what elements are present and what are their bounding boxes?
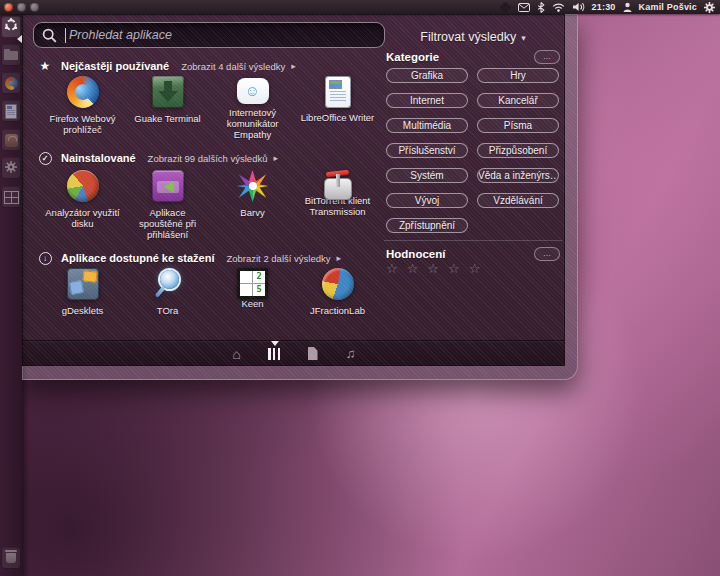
see-more-results-link[interactable]: Zobrazit 2 další výsledky	[226, 253, 330, 264]
home-icon: ⌂	[232, 347, 240, 361]
category-button-hry[interactable]: Hry	[477, 68, 559, 83]
user-icon[interactable]	[623, 2, 632, 12]
see-more-results-link[interactable]: Zobrazit 4 další výsledky	[181, 61, 285, 72]
app-tile-keen[interactable]: Keen	[210, 268, 295, 316]
volume-icon[interactable]	[572, 2, 585, 12]
launcher-item-workspace-switcher[interactable]	[1, 186, 21, 208]
category-button-vzdelavani[interactable]: Vzdělávání	[477, 193, 559, 208]
firefox-icon	[67, 76, 99, 108]
applications-icon	[268, 348, 281, 360]
app-tile-disk-usage-analyzer[interactable]: Analyzátor využití disku	[40, 170, 125, 240]
app-row-installed: Analyzátor využití disku Aplikace spoušt…	[40, 170, 382, 240]
app-tile-tora[interactable]: TOra	[125, 268, 210, 316]
app-label: LibreOffice Writer	[301, 112, 375, 123]
star-icon[interactable]: ☆	[469, 261, 481, 276]
tab-files-lens[interactable]	[306, 341, 320, 366]
see-more-results-link[interactable]: Zobrazit 99 dalších výsledků	[148, 153, 268, 164]
category-button-kancelar[interactable]: Kancelář	[477, 93, 559, 108]
category-button-grafika[interactable]: Grafika	[386, 68, 468, 83]
categories-more-button[interactable]: …	[534, 50, 560, 64]
unity-launcher	[0, 14, 22, 576]
top-panel: 21:30 Kamil Pošvic	[0, 0, 720, 14]
disk-usage-analyzer-icon	[67, 170, 99, 202]
app-tile-gdesklets[interactable]: gDesklets	[40, 268, 125, 316]
star-icon[interactable]: ☆	[386, 261, 398, 276]
clock[interactable]: 21:30	[592, 2, 616, 12]
app-label: Keen	[241, 298, 263, 309]
section-title: Nainstalované	[61, 152, 136, 164]
launcher-item-files[interactable]	[1, 44, 21, 66]
tab-applications-lens[interactable]	[268, 341, 282, 366]
session-gear-icon[interactable]	[704, 2, 715, 13]
app-tile-colors[interactable]: Barvy	[210, 170, 295, 240]
messages-icon[interactable]	[518, 3, 530, 12]
firefox-icon	[5, 77, 18, 90]
libreoffice-writer-icon	[326, 77, 350, 107]
rating-header: Hodnocení …	[386, 247, 560, 261]
gdesklets-icon	[67, 268, 99, 300]
app-label: Aplikace spouštěné při přihlášení	[127, 207, 209, 240]
app-tile-transmission[interactable]: BitTorrent klient Transmission	[295, 170, 380, 240]
app-tile-startup-applications[interactable]: Aplikace spouštěné při přihlášení	[125, 170, 210, 240]
download-circle-icon: ↓	[38, 252, 52, 265]
search-input[interactable]	[69, 28, 376, 42]
category-button-internet[interactable]: Internet	[386, 93, 468, 108]
launcher-shadow	[22, 380, 30, 576]
launcher-item-trash[interactable]	[1, 547, 21, 569]
app-tile-jfractionlab[interactable]: JFractionLab	[295, 268, 380, 316]
category-button-pisma[interactable]: Písma	[477, 118, 559, 133]
category-button-prislusenstvi[interactable]: Příslušenství	[386, 143, 468, 158]
app-label: Guake Terminal	[134, 113, 200, 124]
category-button-zpristupneni[interactable]: Zpřístupnění	[386, 218, 468, 233]
launcher-item-libreoffice-writer[interactable]	[1, 100, 21, 122]
app-tile-empathy[interactable]: Internetový komunikátor Empathy	[210, 76, 295, 140]
dash-content: ★ Nejčastěji používané Zobrazit 4 další …	[22, 14, 565, 366]
app-label: TOra	[157, 305, 178, 316]
username-label[interactable]: Kamil Pošvic	[639, 2, 697, 12]
music-icon: ♫	[346, 347, 356, 360]
app-flower-icon[interactable]	[500, 2, 511, 13]
star-icon[interactable]: ☆	[407, 261, 419, 276]
category-button-multimedia[interactable]: Multimédia	[386, 118, 468, 133]
category-button-prizpusobeni[interactable]: Přizpůsobení	[477, 143, 559, 158]
chevron-right-icon: ▸	[273, 153, 278, 163]
category-button-vyvoj[interactable]: Vývoj	[386, 193, 468, 208]
empathy-icon	[237, 78, 269, 104]
unity-dash: ★ Nejčastěji používané Zobrazit 4 další …	[22, 14, 578, 380]
category-button-system[interactable]: Systém	[386, 168, 468, 183]
trash-icon	[6, 553, 16, 563]
app-tile-firefox[interactable]: Firefox Webový prohlížeč	[40, 76, 125, 140]
category-button-veda[interactable]: Věda a inženýrs…	[477, 168, 559, 183]
launcher-item-firefox[interactable]	[1, 72, 21, 94]
section-header-available: ↓ Aplikace dostupné ke stažení Zobrazit …	[38, 250, 341, 266]
app-label: Firefox Webový prohlížeč	[42, 113, 124, 135]
network-wifi-icon[interactable]	[552, 2, 565, 12]
tab-music-lens[interactable]: ♫	[344, 341, 358, 366]
search-bar[interactable]	[33, 22, 385, 48]
window-close-button[interactable]	[4, 3, 13, 12]
app-label: JFractionLab	[310, 305, 365, 316]
filter-results-toggle[interactable]: Filtrovat výsledky▾	[384, 30, 562, 44]
categories-title: Kategorie	[386, 51, 439, 63]
app-label: Barvy	[240, 207, 264, 218]
rating-more-button[interactable]: …	[534, 247, 560, 261]
launcher-item-system-settings[interactable]	[1, 157, 21, 179]
app-tile-libreoffice-writer[interactable]: LibreOffice Writer	[295, 76, 380, 140]
window-minimize-button[interactable]	[17, 3, 26, 12]
tab-home-lens[interactable]: ⌂	[230, 341, 244, 366]
chevron-right-icon: ▸	[336, 253, 341, 263]
section-header-most-used: ★ Nejčastěji používané Zobrazit 4 další …	[38, 58, 296, 74]
app-tile-guake-terminal[interactable]: Guake Terminal	[125, 76, 210, 140]
active-tab-marker	[271, 341, 279, 346]
focused-arrow-icon	[17, 35, 22, 43]
chevron-right-icon: ▸	[291, 61, 296, 71]
section-header-installed: ✓ Nainstalované Zobrazit 99 dalších výsl…	[38, 150, 278, 166]
star-icon[interactable]: ☆	[427, 261, 439, 276]
jfractionlab-icon	[322, 268, 354, 300]
software-center-icon	[5, 134, 18, 147]
star-icon[interactable]: ☆	[448, 261, 460, 276]
window-maximize-button[interactable]	[30, 3, 39, 12]
launcher-item-software-center[interactable]	[1, 129, 21, 151]
categories-header: Kategorie …	[386, 50, 560, 64]
bluetooth-icon[interactable]	[537, 2, 545, 13]
